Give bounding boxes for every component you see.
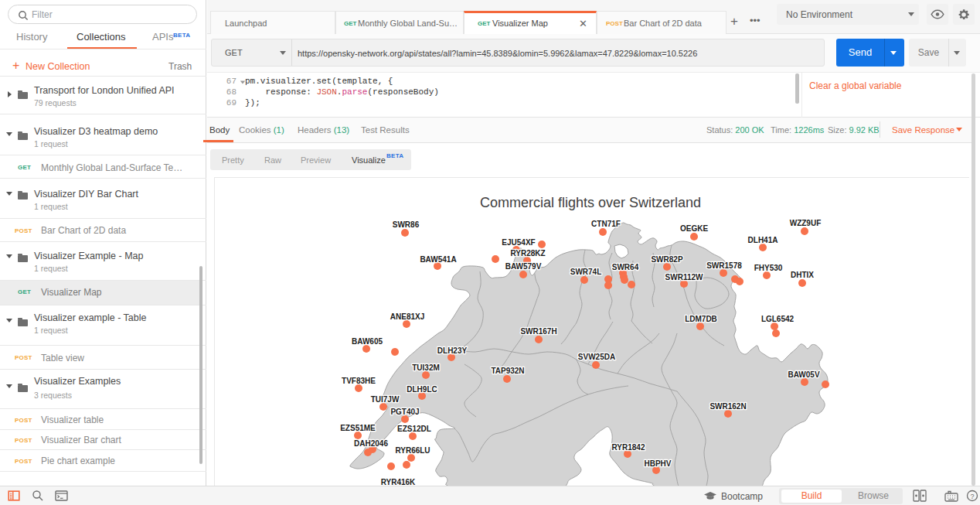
svg-text:SWR82P: SWR82P [651, 255, 682, 264]
svg-text:SWR1578: SWR1578 [706, 261, 742, 270]
svg-text:DLH9LC: DLH9LC [407, 385, 437, 394]
svg-text:DLH41A: DLH41A [748, 236, 778, 244]
svg-text:SWR86: SWR86 [393, 220, 420, 229]
svg-text:TAP932N: TAP932N [491, 367, 524, 375]
svg-text:TUI7JW: TUI7JW [371, 395, 400, 404]
svg-text:DLH23Y: DLH23Y [437, 346, 468, 355]
svg-text:EZS12DL: EZS12DL [397, 425, 431, 433]
svg-text:BAW605: BAW605 [352, 337, 383, 346]
svg-text:OEGKE: OEGKE [680, 224, 708, 233]
svg-text:?: ? [970, 493, 974, 500]
svg-text:RYR28KZ: RYR28KZ [510, 249, 545, 258]
svg-text:EZS51ME: EZS51ME [340, 424, 376, 432]
svg-text:TVF83HE: TVF83HE [342, 377, 376, 385]
svg-text:RYR1842: RYR1842 [612, 443, 645, 452]
svg-text:SWR167H: SWR167H [520, 327, 556, 336]
svg-text:CTN71F: CTN71F [591, 220, 621, 228]
svg-text:TUI32M: TUI32M [412, 363, 440, 372]
svg-text:BAW579V: BAW579V [505, 262, 542, 271]
svg-text:HBPHV: HBPHV [644, 459, 671, 468]
svg-text:FHY530: FHY530 [754, 264, 783, 272]
svg-text:EJU54XF: EJU54XF [502, 238, 535, 247]
svg-text:WZZ9UF: WZZ9UF [790, 219, 822, 227]
svg-text:SWR162N: SWR162N [709, 402, 746, 411]
svg-text:SWR64: SWR64 [612, 263, 639, 271]
svg-text:DAH2046: DAH2046 [354, 439, 388, 448]
svg-text:BAW541A: BAW541A [420, 255, 456, 264]
svg-text:SWR74L: SWR74L [570, 268, 602, 276]
svg-text:RYR66LU: RYR66LU [395, 446, 430, 455]
svg-text:DHTIX: DHTIX [791, 271, 814, 279]
svg-text:ANE81XJ: ANE81XJ [390, 312, 424, 321]
svg-text:LGL6542: LGL6542 [761, 315, 795, 323]
svg-text:Commercial flights over Switze: Commercial flights over Switzerland [480, 195, 701, 210]
svg-text:LDM7DB: LDM7DB [685, 315, 717, 323]
svg-text:PGT40J: PGT40J [390, 408, 419, 416]
svg-text:SVW25DA: SVW25DA [578, 353, 615, 361]
svg-text:BAW05V: BAW05V [788, 370, 819, 379]
svg-text:SWR112W: SWR112W [665, 273, 703, 282]
